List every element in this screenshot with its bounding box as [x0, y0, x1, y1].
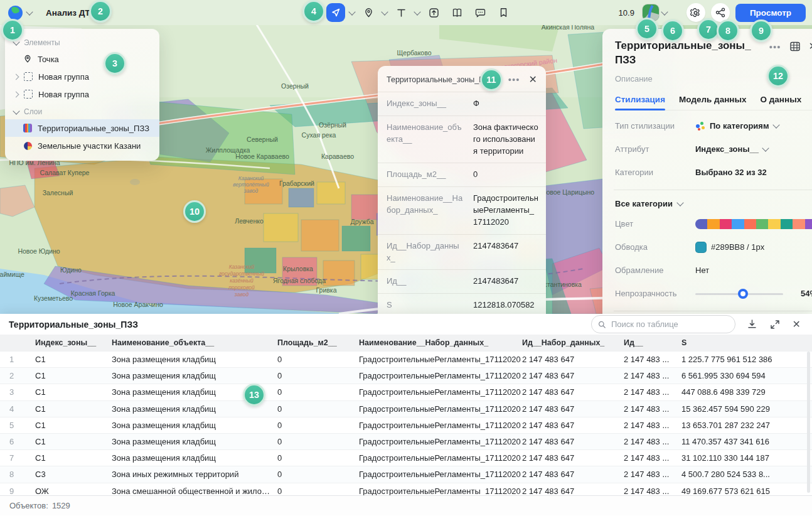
- frame-label: Обрамление: [615, 266, 695, 275]
- categories-value[interactable]: Выбрано 32 из 32: [695, 168, 767, 177]
- table-cell: ГрадостроительныеРегламенты_17112020: [359, 437, 522, 446]
- all-categories-toggle[interactable]: Все категории: [615, 199, 812, 208]
- section-header-elements[interactable]: Элементы: [5, 34, 159, 50]
- tab-о-данных[interactable]: О данных: [761, 92, 802, 110]
- table-cell: 6: [0, 437, 35, 446]
- table-row[interactable]: 7С1Зона размещения кладбищ0Градостроител…: [0, 449, 812, 466]
- feature-popup-close-icon[interactable]: ✕: [529, 75, 537, 85]
- point-tool-button[interactable]: [359, 3, 378, 22]
- opacity-slider[interactable]: [695, 289, 783, 299]
- svg-text:Новое Юдино: Новое Юдино: [18, 247, 60, 255]
- column-header[interactable]: Индекс_зоны__: [35, 338, 112, 347]
- bookmark-icon: [499, 8, 508, 18]
- expand-icon[interactable]: [770, 320, 780, 330]
- column-header[interactable]: S: [681, 338, 812, 347]
- table-cell: Зона размещения кладбищ: [112, 421, 277, 430]
- color-ramp[interactable]: [695, 219, 812, 229]
- table-cell: ОЖ: [35, 486, 112, 496]
- chevron-right-icon[interactable]: [13, 73, 19, 80]
- element-item[interactable]: Новая группа: [5, 85, 159, 103]
- svg-text:Ягодная слобода: Ягодная слобода: [273, 277, 326, 284]
- column-header[interactable]: Площадь_м2__: [277, 338, 359, 347]
- table-row[interactable]: 3С1Зона размещения кладбищ0Градостроител…: [0, 384, 812, 400]
- annotation-badge-10: 10: [183, 200, 206, 223]
- svg-text:Дружба: Дружба: [351, 218, 374, 225]
- item-label: Территориальные_зоны_ПЗЗ: [38, 124, 149, 133]
- attribute-table-panel: Территориальные_зоны_ПЗЗ ✕ Индекс_зоны__…: [0, 314, 812, 521]
- table-cell: С1: [35, 355, 112, 364]
- table-row[interactable]: 8С3Зона иных режимных территорий0Градост…: [0, 466, 812, 482]
- style-panel-tabs: СтилизацияМодель данныхО данных: [615, 92, 812, 110]
- opacity-slider-thumb[interactable]: [738, 289, 748, 299]
- column-header[interactable]: Наименование_объекта__: [112, 338, 277, 347]
- table-row[interactable]: 2С1Зона размещения кладбищ0Градостроител…: [0, 367, 812, 384]
- point-tool-chevron-icon[interactable]: [381, 8, 388, 15]
- chevron-right-icon[interactable]: [13, 91, 19, 97]
- table-cell: 6 561.995 330 694 594: [681, 371, 812, 380]
- table-scrollbar[interactable]: [807, 352, 810, 493]
- attribute-value: 2147483647: [467, 235, 546, 270]
- frame-value[interactable]: Нет: [695, 266, 709, 275]
- element-item[interactable]: Новая группа: [5, 68, 159, 85]
- stroke-color-swatch[interactable]: [695, 242, 707, 253]
- column-header[interactable]: Ид__: [624, 338, 681, 347]
- section-header-layers[interactable]: Слои: [5, 103, 159, 119]
- table-row[interactable]: 5С1Зона размещения кладбищ0Градостроител…: [0, 417, 812, 433]
- table-cell: 2 147 483 647: [522, 470, 624, 479]
- style-panel-more-icon[interactable]: •••: [769, 41, 781, 52]
- text-tool-chevron-icon[interactable]: [414, 8, 420, 15]
- table-cell: 11 470.357 437 341 616: [681, 437, 812, 446]
- style-panel-close-icon[interactable]: ✕: [809, 41, 812, 51]
- table-cell: 4 500.7 280 524 533 8...: [681, 470, 812, 479]
- upload-icon: [429, 8, 439, 18]
- table-cell: ГрадостроительныеРегламенты_17112020: [359, 421, 522, 430]
- select-tool-chevron-icon[interactable]: [348, 8, 355, 15]
- table-cell: 49 169.677 573 621 615: [681, 486, 812, 496]
- attribute-table-icon[interactable]: [789, 41, 801, 52]
- layer-item[interactable]: Территориальные_зоны_ПЗЗ: [5, 119, 159, 137]
- table-cell: 1 225.7 775 961 512 386: [681, 355, 812, 364]
- attribute-select[interactable]: Индекс_зоны__: [695, 144, 768, 154]
- export-tool-button[interactable]: [424, 3, 443, 22]
- table-cell: С1: [35, 371, 112, 380]
- text-tool-button[interactable]: [392, 3, 410, 22]
- style-type-select[interactable]: По категориям: [695, 121, 779, 131]
- table-cell: ГрадостроительныеРегламенты_17112020: [359, 355, 522, 364]
- table-cell: 2 147 483 647: [522, 371, 624, 380]
- table-cell: С1: [35, 387, 112, 397]
- layer-item[interactable]: Земельные участки Казани: [5, 137, 159, 154]
- table-cell: Зона размещения кладбищ: [112, 371, 277, 380]
- column-header[interactable]: Наименование__Набор_данных_: [359, 338, 522, 347]
- table-row[interactable]: 4С1Зона размещения кладбищ0Градостроител…: [0, 400, 812, 417]
- column-header[interactable]: Ид__Набор_данных_: [522, 338, 624, 347]
- app-logo-menu[interactable]: [8, 5, 32, 21]
- attribute-row: Наименование_объекта__Зона фактического …: [378, 115, 546, 163]
- attribute-key: Наименование_объекта__: [378, 116, 467, 163]
- annotation-badge-5: 5: [636, 18, 658, 40]
- download-icon[interactable]: [747, 319, 757, 330]
- svg-text:Юдино: Юдино: [60, 266, 82, 274]
- cursor-icon: [331, 8, 341, 18]
- table-cell: 2 147 483 ...: [624, 387, 681, 397]
- attribute-value: ГрадостроительныеРегламенты_17112020: [467, 187, 546, 234]
- element-item[interactable]: Точка: [5, 50, 159, 68]
- table-row[interactable]: 6С1Зона размещения кладбищ0Градостроител…: [0, 433, 812, 449]
- tab-модель-данных[interactable]: Модель данных: [679, 92, 746, 110]
- item-label: Новая группа: [38, 90, 89, 99]
- table-search[interactable]: [591, 315, 735, 333]
- legend-tool-button[interactable]: [447, 3, 466, 22]
- table-row[interactable]: 1С1Зона размещения кладбищ0Градостроител…: [0, 351, 812, 367]
- table-close-icon[interactable]: ✕: [793, 320, 801, 330]
- bookmark-tool-button[interactable]: [494, 3, 513, 22]
- feature-popup-more-icon[interactable]: •••: [508, 74, 520, 85]
- table-cell: 5: [0, 421, 35, 430]
- table-cell: 2 147 483 647: [522, 355, 624, 364]
- select-tool-button[interactable]: [326, 3, 345, 22]
- map-tools: [326, 0, 513, 25]
- preview-button[interactable]: Просмотр: [735, 4, 806, 22]
- table-search-input[interactable]: [610, 319, 729, 330]
- gis-application: ОзерныйЩербаковоАкинская ПолянаВысокогор…: [0, 0, 812, 521]
- tab-styling-active[interactable]: Стилизация: [615, 92, 665, 110]
- table-cell: ГрадостроительныеРегламенты_17112020: [359, 404, 522, 414]
- comments-tool-button[interactable]: [471, 3, 489, 22]
